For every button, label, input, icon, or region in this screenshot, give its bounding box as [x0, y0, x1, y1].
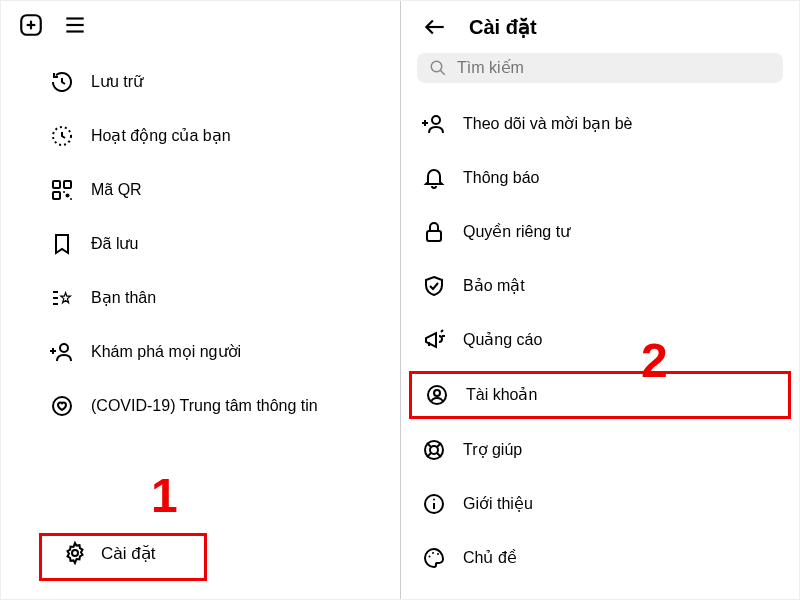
settings-item-label: Tài khoản	[466, 385, 776, 404]
archive-icon	[49, 69, 75, 95]
svg-point-12	[70, 198, 72, 200]
settings-item-theme[interactable]: Chủ đề	[401, 531, 799, 585]
menu-item-label: (COVID-19) Trung tâm thông tin	[91, 396, 380, 415]
menu-item-saved[interactable]: Đã lưu	[1, 217, 400, 271]
svg-point-32	[434, 390, 440, 396]
settings-item-ads[interactable]: Quảng cáo	[401, 313, 799, 367]
svg-marker-13	[61, 293, 71, 303]
callout-number-1: 1	[151, 468, 178, 523]
svg-point-23	[431, 61, 442, 72]
svg-point-42	[429, 556, 431, 558]
gear-icon	[63, 541, 87, 565]
top-bar	[1, 1, 400, 49]
settings-item-security[interactable]: Bảo mật	[401, 259, 799, 313]
search-input[interactable]	[457, 59, 771, 77]
svg-rect-28	[427, 231, 441, 241]
account-icon	[424, 382, 450, 408]
palette-icon	[421, 545, 447, 571]
lock-icon	[421, 219, 447, 245]
svg-rect-7	[53, 181, 60, 188]
menu-item-activity[interactable]: Hoạt động của bạn	[1, 109, 400, 163]
settings-header: Cài đặt	[401, 1, 799, 53]
svg-point-25	[432, 116, 440, 124]
create-post-button[interactable]	[17, 11, 45, 39]
lifebuoy-icon	[421, 437, 447, 463]
svg-line-29	[441, 330, 443, 332]
settings-item-label: Theo dõi và mời bạn bè	[463, 114, 779, 133]
settings-item-label: Trợ giúp	[463, 440, 779, 459]
close-friends-icon	[49, 285, 75, 311]
settings-item-label: Quảng cáo	[463, 330, 779, 349]
svg-point-21	[72, 550, 78, 556]
svg-point-41	[433, 499, 435, 501]
svg-line-38	[437, 453, 441, 457]
svg-point-34	[430, 446, 438, 454]
qr-icon	[49, 177, 75, 203]
svg-point-20	[53, 397, 71, 415]
settings-item-account[interactable]: Tài khoản	[409, 371, 791, 419]
settings-item-follow-invite[interactable]: Theo dõi và mời bạn bè	[401, 97, 799, 151]
settings-item-notifications[interactable]: Thông báo	[401, 151, 799, 205]
menu-item-label: Lưu trữ	[91, 72, 380, 91]
bell-icon	[421, 165, 447, 191]
menu-item-discover-people[interactable]: Khám phá mọi người	[1, 325, 400, 379]
svg-line-35	[427, 443, 431, 447]
settings-item-label: Chủ đề	[463, 548, 779, 567]
back-button[interactable]	[421, 13, 449, 41]
profile-menu-list: Lưu trữ Hoạt động của bạn	[1, 49, 400, 439]
page-title: Cài đặt	[469, 15, 537, 39]
menu-item-label: Hoạt động của bạn	[91, 126, 380, 145]
bookmark-icon	[49, 231, 75, 257]
settings-item-label: Quyền riêng tư	[463, 222, 779, 241]
svg-line-24	[440, 70, 445, 75]
settings-item-label: Giới thiệu	[463, 494, 779, 513]
menu-item-close-friends[interactable]: Bạn thân	[1, 271, 400, 325]
shield-icon	[421, 273, 447, 299]
heart-circle-icon	[49, 393, 75, 419]
activity-icon	[49, 123, 75, 149]
svg-rect-9	[53, 192, 60, 199]
menu-item-settings[interactable]: Cài đặt	[49, 531, 169, 575]
menu-item-qr-code[interactable]: Mã QR	[1, 163, 400, 217]
add-person-icon	[49, 339, 75, 365]
svg-point-11	[63, 191, 65, 193]
svg-point-43	[432, 552, 434, 554]
settings-item-help[interactable]: Trợ giúp	[401, 423, 799, 477]
menu-item-label: Đã lưu	[91, 234, 380, 253]
menu-item-label: Bạn thân	[91, 288, 380, 307]
add-person-icon	[421, 111, 447, 137]
bottom-settings-container: Cài đặt	[49, 531, 169, 575]
settings-label: Cài đặt	[101, 543, 155, 564]
settings-panel: Cài đặt Theo dõi và mời bạn bè	[400, 1, 799, 599]
menu-item-label: Mã QR	[91, 180, 380, 199]
svg-rect-8	[64, 181, 71, 188]
menu-item-covid-info[interactable]: (COVID-19) Trung tâm thông tin	[1, 379, 400, 433]
svg-point-10	[66, 194, 70, 198]
megaphone-icon	[421, 327, 447, 353]
svg-line-36	[437, 443, 441, 447]
menu-item-label: Khám phá mọi người	[91, 342, 380, 361]
settings-list: Theo dõi và mời bạn bè Thông báo Quyền r…	[401, 91, 799, 591]
svg-line-37	[427, 453, 431, 457]
info-icon	[421, 491, 447, 517]
menu-item-archive[interactable]: Lưu trữ	[1, 55, 400, 109]
profile-menu-panel: Lưu trữ Hoạt động của bạn	[1, 1, 400, 599]
hamburger-menu-button[interactable]	[61, 11, 89, 39]
search-icon	[429, 59, 447, 77]
svg-point-17	[60, 344, 68, 352]
settings-item-privacy[interactable]: Quyền riêng tư	[401, 205, 799, 259]
search-bar[interactable]	[417, 53, 783, 83]
svg-point-44	[437, 553, 439, 555]
settings-item-about[interactable]: Giới thiệu	[401, 477, 799, 531]
settings-item-label: Thông báo	[463, 168, 779, 187]
settings-item-label: Bảo mật	[463, 276, 779, 295]
